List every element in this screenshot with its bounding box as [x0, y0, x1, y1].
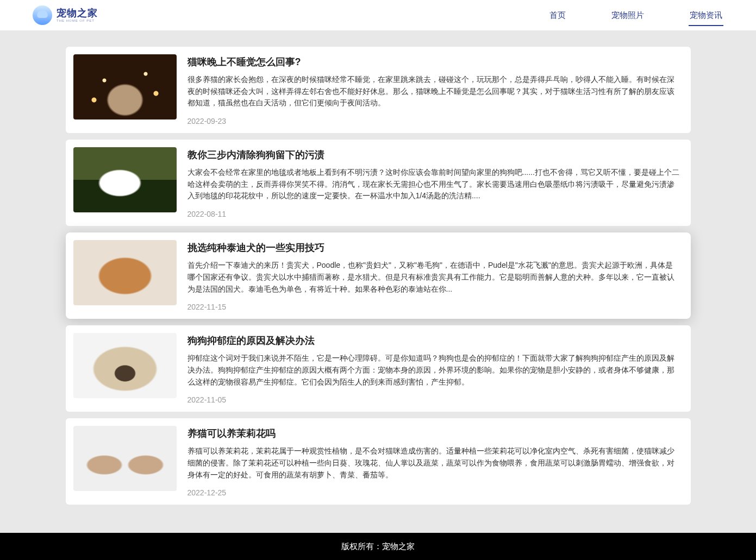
brand-name: 宠物之家: [57, 8, 98, 18]
article-card[interactable]: 狗狗抑郁症的原因及解决办法抑郁症这个词对于我们来说并不陌生，它是一种心理障碍。可…: [66, 325, 691, 412]
logo-icon: [33, 5, 52, 25]
article-title: 养猫可以养茉莉花吗: [188, 427, 680, 440]
article-card[interactable]: 挑选纯种泰迪犬的一些实用技巧首先介绍一下泰迪犬的来历！贵宾犬，Poodle，也称…: [66, 232, 691, 319]
article-date: 2022-11-15: [188, 303, 680, 311]
nav-item-1[interactable]: 宠物照片: [610, 7, 645, 24]
article-title: 教你三步内清除狗狗留下的污渍: [188, 148, 680, 161]
article-card[interactable]: 猫咪晚上不睡觉怎么回事?很多养猫的家长会抱怨，在深夜的时候猫咪经常不睡觉，在家里…: [66, 47, 691, 133]
article-desc: 大家会不会经常在家里的地毯或者地板上看到有不明污渍？这时你应该会靠前时间望向家里…: [188, 167, 680, 202]
article-date: 2022-09-23: [188, 117, 680, 125]
article-thumb: [73, 54, 177, 119]
article-date: 2022-08-11: [188, 210, 680, 218]
article-date: 2022-12-25: [188, 488, 680, 497]
footer: 版权所有：宠物之家: [0, 533, 756, 560]
header: 宠物之家 THE HOME OF PET 首页宠物照片宠物资讯: [0, 0, 756, 30]
article-list: 猫咪晚上不睡觉怎么回事?很多养猫的家长会抱怨，在深夜的时候猫咪经常不睡觉，在家里…: [66, 30, 691, 533]
article-content: 挑选纯种泰迪犬的一些实用技巧首先介绍一下泰迪犬的来历！贵宾犬，Poodle，也称…: [188, 240, 680, 311]
nav-item-0[interactable]: 首页: [548, 7, 567, 24]
nav-item-2[interactable]: 宠物资讯: [689, 7, 723, 24]
article-title: 狗狗抑郁症的原因及解决办法: [188, 334, 680, 347]
article-date: 2022-11-05: [188, 395, 680, 404]
article-content: 狗狗抑郁症的原因及解决办法抑郁症这个词对于我们来说并不陌生，它是一种心理障碍。可…: [188, 333, 680, 404]
article-desc: 养猫可以养茉莉花，茉莉花属于一种观赏性植物，是不会对猫咪造成伤害的。适量种植一些…: [188, 445, 680, 481]
article-card[interactable]: 教你三步内清除狗狗留下的污渍大家会不会经常在家里的地毯或者地板上看到有不明污渍？…: [66, 140, 691, 226]
article-desc: 很多养猫的家长会抱怨，在深夜的时候猫咪经常不睡觉，在家里跳来跳去，碰碰这个，玩玩…: [188, 74, 680, 109]
article-desc: 抑郁症这个词对于我们来说并不陌生，它是一种心理障碍。可是你知道吗？狗狗也是会的抑…: [188, 353, 680, 388]
logo-text: 宠物之家 THE HOME OF PET: [57, 8, 98, 22]
nav: 首页宠物照片宠物资讯: [548, 7, 723, 24]
article-title: 挑选纯种泰迪犬的一些实用技巧: [188, 241, 680, 254]
article-thumb: [73, 147, 177, 212]
article-card[interactable]: 养猫可以养茉莉花吗养猫可以养茉莉花，茉莉花属于一种观赏性植物，是不会对猫咪造成伤…: [66, 418, 691, 505]
article-thumb: [73, 426, 177, 491]
footer-text: 版权所有：宠物之家: [341, 542, 415, 551]
article-thumb: [73, 333, 177, 398]
article-title: 猫咪晚上不睡觉怎么回事?: [188, 55, 680, 68]
article-content: 教你三步内清除狗狗留下的污渍大家会不会经常在家里的地毯或者地板上看到有不明污渍？…: [188, 147, 680, 218]
article-content: 养猫可以养茉莉花吗养猫可以养茉莉花，茉莉花属于一种观赏性植物，是不会对猫咪造成伤…: [188, 426, 680, 497]
article-content: 猫咪晚上不睡觉怎么回事?很多养猫的家长会抱怨，在深夜的时候猫咪经常不睡觉，在家里…: [188, 54, 680, 125]
brand-sub: THE HOME OF PET: [57, 19, 98, 22]
logo[interactable]: 宠物之家 THE HOME OF PET: [33, 5, 98, 25]
article-thumb: [73, 240, 177, 305]
article-desc: 首先介绍一下泰迪犬的来历！贵宾犬，Poodle，也称"贵妇犬"，又称"卷毛狗"，…: [188, 260, 680, 295]
